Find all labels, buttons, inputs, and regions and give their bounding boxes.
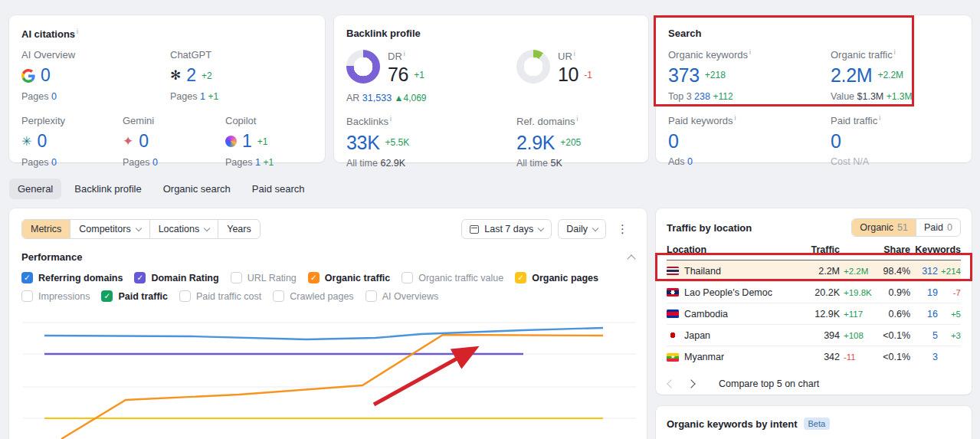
tab-paid-search[interactable]: Paid search (244, 179, 313, 199)
organic-traffic-metric: Organic traffici 2.2M +2.2M Value $1.3M … (831, 48, 912, 102)
organic-traffic-value[interactable]: 2.2M (831, 65, 872, 85)
info-icon[interactable]: i (574, 50, 575, 57)
checkbox-icon: ✓ (134, 272, 146, 283)
chatgpt-value[interactable]: 2 (186, 65, 196, 86)
gemini-value[interactable]: 0 (139, 131, 149, 152)
search-card: Search Organic keywordsi 373 +218 Top 3 … (656, 15, 972, 162)
locations-table-header: Location Traffic Share Keywords (667, 244, 961, 260)
ar-value[interactable]: 31,533 (362, 93, 392, 103)
collapse-chevron-icon[interactable] (627, 254, 635, 263)
keywords-link[interactable]: 16 (910, 309, 938, 319)
copilot-icon (225, 136, 237, 147)
pages-count[interactable]: 0 (152, 157, 158, 168)
paid-traffic-value[interactable]: 0 (831, 131, 841, 151)
pages-count[interactable]: 1 (255, 157, 261, 168)
checkbox-crawled-pages[interactable]: Crawled pages (273, 290, 353, 302)
performance-title: Performance (21, 251, 82, 263)
chevron-down-icon (538, 224, 544, 231)
traffic-by-location-title: Traffic by location (667, 222, 752, 234)
table-row-thailand[interactable]: Thailand 2.2M +2.2M 98.4% 312 +214 (667, 260, 961, 282)
checkbox-icon (21, 290, 33, 302)
keywords-by-intent-card: Organic keywords by intent Beta (656, 406, 972, 439)
organic-keywords-metric: Organic keywordsi 373 +218 Top 3 238 +11… (668, 48, 831, 102)
gemini-metric: Gemini ✦ 0 Pages 0 (123, 115, 225, 168)
paid-keywords-value[interactable]: 0 (668, 131, 679, 151)
checkbox-organic-traffic[interactable]: ✓Organic traffic (308, 272, 390, 283)
organic-toggle-button[interactable]: Organic51 (852, 219, 916, 236)
years-filter-button[interactable]: Years (218, 220, 260, 238)
calendar-icon (470, 225, 479, 234)
info-icon[interactable]: i (577, 115, 578, 123)
tab-organic-search[interactable]: Organic search (155, 179, 239, 199)
backlink-profile-card: Backlink profile DRi 76 +1 URi 10 (334, 15, 648, 162)
google-icon (21, 69, 35, 83)
checkbox-url-rating[interactable]: URL Rating (231, 272, 297, 283)
checkbox-paid-traffic[interactable]: ✓Paid traffic (101, 290, 168, 302)
ai-overview-value[interactable]: 0 (41, 65, 51, 86)
ref-domains-metric: Ref. domainsi 2.9K +205 All time 5K (516, 115, 581, 169)
checkbox-ai-overviews[interactable]: AI Overviews (365, 290, 439, 302)
checkbox-paid-traffic-cost[interactable]: Paid traffic cost (179, 290, 261, 302)
checkbox-referring-domains[interactable]: ✓Referring domains (21, 272, 123, 283)
info-icon[interactable]: i (879, 114, 880, 122)
info-icon[interactable]: i (749, 48, 751, 56)
prev-page-chevron-icon[interactable] (667, 379, 675, 388)
pages-count[interactable]: 1 (200, 91, 205, 102)
table-row-japan[interactable]: Japan 394 +108 <0.1% 5 +3 (667, 325, 961, 346)
keywords-link[interactable]: 5 (910, 330, 938, 341)
locations-filter-button[interactable]: Locations (149, 220, 218, 238)
organic-traffic-line (61, 335, 603, 439)
info-icon[interactable]: i (390, 115, 392, 123)
info-icon[interactable]: i (735, 114, 736, 122)
chatgpt-change: +2 (202, 70, 212, 81)
referring-domains-line (44, 328, 603, 339)
japan-flag-icon (667, 331, 679, 339)
pages-count[interactable]: 0 (51, 157, 57, 168)
ref-domains-value[interactable]: 2.9K (516, 133, 555, 152)
info-icon[interactable]: i (404, 50, 405, 57)
table-row-laos[interactable]: Lao People's Democratic Reput 20.2K +19.… (667, 282, 961, 303)
keywords-link[interactable]: 3 (910, 352, 938, 362)
section-tabs: General Backlink profile Organic search … (9, 179, 313, 199)
date-range-button[interactable]: Last 7 days (461, 219, 552, 239)
dashboard: AI citationsi AI Overview 0 Pages 0 Chat… (0, 0, 980, 439)
tab-general[interactable]: General (9, 179, 61, 199)
perplexity-value[interactable]: 0 (37, 131, 47, 152)
checkbox-domain-rating[interactable]: ✓Domain Rating (134, 272, 218, 283)
compare-top5-link[interactable]: Compare top 5 on chart (719, 378, 819, 389)
ahrefs-rank: AR 31,533 ▲4,069 (346, 93, 636, 103)
perplexity-metric: Perplexity ✳ 0 Pages 0 (21, 115, 123, 168)
checkbox-icon: ✓ (515, 272, 526, 283)
backlinks-value[interactable]: 33K (346, 133, 380, 152)
ads-count[interactable]: 0 (687, 156, 693, 167)
ai-overview-metric: AI Overview 0 Pages 0 (21, 49, 170, 102)
table-row-cambodia[interactable]: Cambodia 12.9K +117 0.6% 16 +5 (667, 303, 961, 325)
copilot-value[interactable]: 1 (242, 131, 252, 152)
info-icon[interactable]: i (77, 28, 78, 35)
pages-count[interactable]: 0 (51, 91, 57, 102)
metrics-filter-button[interactable]: Metrics (22, 220, 70, 238)
keywords-link[interactable]: 312 (910, 266, 938, 277)
tab-backlink-profile[interactable]: Backlink profile (66, 179, 149, 199)
checkbox-icon (365, 290, 377, 302)
competitors-filter-button[interactable]: Competitors (70, 220, 149, 238)
keywords-link[interactable]: 19 (910, 287, 938, 298)
ai-citations-title: AI citationsi (21, 28, 313, 40)
table-row-myanmar[interactable]: Myanmar 342 -11 <0.1% 3 (667, 346, 961, 368)
kebab-menu-icon[interactable]: ⋮ (611, 219, 634, 239)
organic-keywords-value[interactable]: 373 (668, 65, 700, 85)
checkbox-icon: ✓ (101, 290, 113, 302)
checkbox-impressions[interactable]: Impressions (21, 290, 90, 302)
granularity-button[interactable]: Daily (558, 219, 606, 239)
search-title: Search (668, 28, 959, 39)
top3-count[interactable]: 238 (694, 91, 710, 102)
next-page-chevron-icon[interactable] (687, 379, 695, 388)
locations-table: Location Traffic Share Keywords Thailand… (667, 244, 961, 368)
chatgpt-icon: ✻ (170, 69, 181, 82)
checkbox-organic-traffic-value[interactable]: Organic traffic value (402, 272, 503, 283)
copilot-change: +1 (257, 136, 268, 147)
info-icon[interactable]: i (894, 48, 896, 56)
checkbox-organic-pages[interactable]: ✓Organic pages (515, 272, 598, 283)
perplexity-icon: ✳ (21, 136, 31, 148)
paid-toggle-button[interactable]: Paid0 (916, 219, 960, 236)
